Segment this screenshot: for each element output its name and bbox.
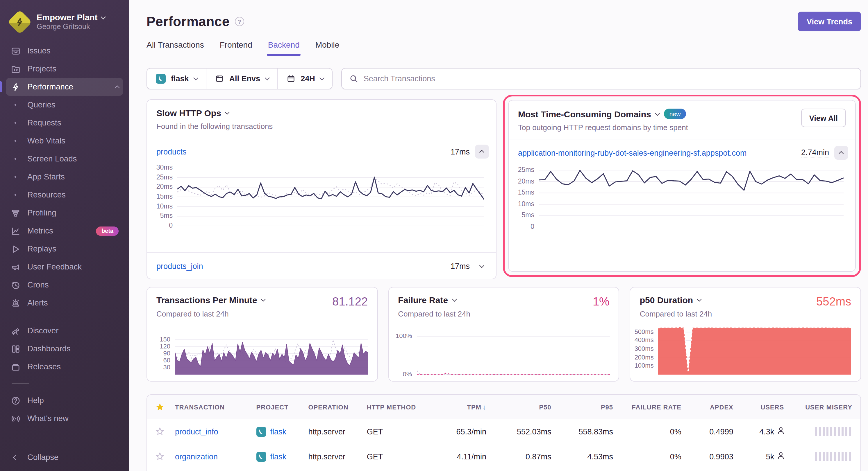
app-root: Empower Plant George Gritsouk IssuesProj… xyxy=(0,0,868,471)
expand-chart-button[interactable] xyxy=(475,259,489,273)
view-trends-button[interactable]: View Trends xyxy=(798,12,861,31)
y-axis-labels: 100%0% xyxy=(393,336,416,375)
sidebar-item-web-vitals[interactable]: Web Vitals xyxy=(6,132,123,150)
column-header-failure-rate[interactable]: FAILURE RATE xyxy=(621,403,689,410)
column-header-p50[interactable]: P50 xyxy=(494,403,560,410)
sidebar-item-issues[interactable]: Issues xyxy=(6,42,123,60)
project-filter[interactable]: flask xyxy=(147,69,207,89)
star-column-header[interactable] xyxy=(147,402,173,411)
sidebar-item-label: App Starts xyxy=(27,172,65,181)
column-header-apdex[interactable]: APDEX xyxy=(689,403,742,410)
search-input[interactable] xyxy=(364,74,853,83)
sidebar-item-user-feedback[interactable]: User Feedback xyxy=(6,258,123,276)
sidebar-item-requests[interactable]: Requests xyxy=(6,114,123,132)
column-header-label: FAILURE RATE xyxy=(632,403,681,410)
p50-cell: 552.03ms xyxy=(494,427,560,436)
transaction-link[interactable]: organization xyxy=(175,452,218,461)
chart-plot-area xyxy=(177,168,484,226)
sidebar-item-discover[interactable]: Discover xyxy=(6,322,123,340)
sidebar-item-what-s-new[interactable]: What's new xyxy=(6,409,123,428)
stat-title-dropdown[interactable]: Failure Rate xyxy=(398,295,609,305)
collapse-chart-button[interactable] xyxy=(475,145,489,159)
stat-card-failure-rate: Failure Rate1%Compared to last 24h100%0% xyxy=(388,287,619,381)
transaction-link[interactable]: product_info xyxy=(175,427,218,436)
slow-http-ops-card: Slow HTTP Ops Found in the following tra… xyxy=(147,99,496,279)
sidebar-item-queries[interactable]: Queries xyxy=(6,96,123,114)
column-header-label: OPERATION xyxy=(308,403,348,410)
sidebar-nav: IssuesProjectsPerformanceQueriesRequests… xyxy=(0,42,129,428)
y-axis-tick: 30 xyxy=(163,364,170,371)
y-axis-tick: 25ms xyxy=(156,173,173,180)
users-count: 5k xyxy=(766,452,774,461)
help-icon[interactable]: ? xyxy=(235,17,244,26)
tab-all-transactions[interactable]: All Transactions xyxy=(147,40,204,56)
sidebar-item-performance[interactable]: Performance xyxy=(6,78,123,96)
flask-project-icon xyxy=(256,451,266,462)
domain-link[interactable]: application-monitoring-ruby-dot-sales-en… xyxy=(518,148,746,157)
sidebar-item-label: User Feedback xyxy=(27,263,82,271)
chevron-down-icon xyxy=(319,75,324,80)
column-header-users[interactable]: USERS xyxy=(742,403,792,410)
sidebar-item-releases[interactable]: Releases xyxy=(6,358,123,376)
sidebar-item-crons[interactable]: Crons xyxy=(6,276,123,294)
column-header-label: P95 xyxy=(601,403,613,410)
sidebar-item-alerts[interactable]: Alerts xyxy=(6,294,123,312)
column-header-tpm[interactable]: TPM↓ xyxy=(433,403,494,411)
http-method-cell: GET xyxy=(365,427,433,436)
sidebar-item-help[interactable]: Help xyxy=(6,392,123,409)
column-header-transaction[interactable]: TRANSACTION xyxy=(173,403,254,410)
org-switcher[interactable]: Empower Plant George Gritsouk xyxy=(0,8,129,42)
column-header-project[interactable]: PROJECT xyxy=(254,403,306,410)
sidebar-collapse-button[interactable]: Collapse xyxy=(6,448,123,466)
column-header-label: TRANSACTION xyxy=(175,403,225,410)
sidebar-item-label: Web Vitals xyxy=(27,136,65,145)
sidebar-item-metrics[interactable]: Metricsbeta xyxy=(6,222,123,240)
bullet-icon xyxy=(10,118,20,128)
domain-expand-row: application-monitoring-ruby-dot-sales-en… xyxy=(509,139,855,166)
megaphone-icon xyxy=(10,262,20,272)
sidebar-item-profiling[interactable]: Profiling xyxy=(6,204,123,222)
sidebar-item-screen-loads[interactable]: Screen Loads xyxy=(6,150,123,168)
view-all-button[interactable]: View All xyxy=(801,109,846,127)
chevron-down-icon xyxy=(101,14,105,19)
sidebar-item-resources[interactable]: Resources xyxy=(6,186,123,204)
column-header-operation[interactable]: OPERATION xyxy=(306,403,364,410)
star-toggle[interactable] xyxy=(147,452,173,461)
column-header-http-method[interactable]: HTTP METHOD xyxy=(365,403,433,410)
column-header-user-misery[interactable]: USER MISERY xyxy=(792,403,861,410)
project-link[interactable]: flask xyxy=(270,427,287,436)
slow-http-ops-title-dropdown[interactable]: Slow HTTP Ops xyxy=(156,108,229,118)
star-toggle[interactable] xyxy=(147,427,173,436)
date-range-value: 24H xyxy=(301,74,315,83)
transaction-link-products[interactable]: products xyxy=(156,147,187,156)
sidebar-item-dashboards[interactable]: Dashboards xyxy=(6,340,123,358)
date-range-filter[interactable]: 24H xyxy=(278,69,332,89)
environment-filter[interactable]: All Envs xyxy=(207,69,278,89)
domains-title-dropdown[interactable]: Most Time-Consuming Domains xyxy=(518,109,659,119)
domain-time-spent[interactable]: 2.74min xyxy=(801,148,829,157)
sidebar-item-label: Requests xyxy=(27,119,61,127)
chevron-down-icon xyxy=(452,297,457,301)
tab-frontend[interactable]: Frontend xyxy=(220,40,252,56)
lightning-logo-icon xyxy=(14,17,25,27)
sidebar-item-label: Projects xyxy=(27,64,56,73)
y-axis-tick: 100% xyxy=(396,332,412,339)
tab-backend[interactable]: Backend xyxy=(268,40,300,56)
sidebar-item-label: Issues xyxy=(27,46,51,55)
sidebar: Empower Plant George Gritsouk IssuesProj… xyxy=(0,0,129,471)
chevron-down-icon xyxy=(697,297,702,301)
sidebar-item-projects[interactable]: Projects xyxy=(6,60,123,78)
transaction-link-products-join[interactable]: products_join xyxy=(156,262,203,270)
metrics-icon xyxy=(10,226,20,236)
tab-mobile[interactable]: Mobile xyxy=(315,40,340,56)
y-axis-tick: 15ms xyxy=(518,189,534,196)
collapse-chart-button[interactable] xyxy=(834,146,848,160)
sort-desc-icon: ↓ xyxy=(483,403,486,411)
p95-cell: 558.83ms xyxy=(560,427,621,436)
sidebar-item-app-starts[interactable]: App Starts xyxy=(6,168,123,186)
stat-subtitle: Compared to last 24h xyxy=(640,309,851,318)
column-header-p95[interactable]: P95 xyxy=(560,403,621,410)
project-link[interactable]: flask xyxy=(270,452,287,461)
y-axis-tick: 0 xyxy=(530,223,534,230)
sidebar-item-replays[interactable]: Replays xyxy=(6,240,123,258)
